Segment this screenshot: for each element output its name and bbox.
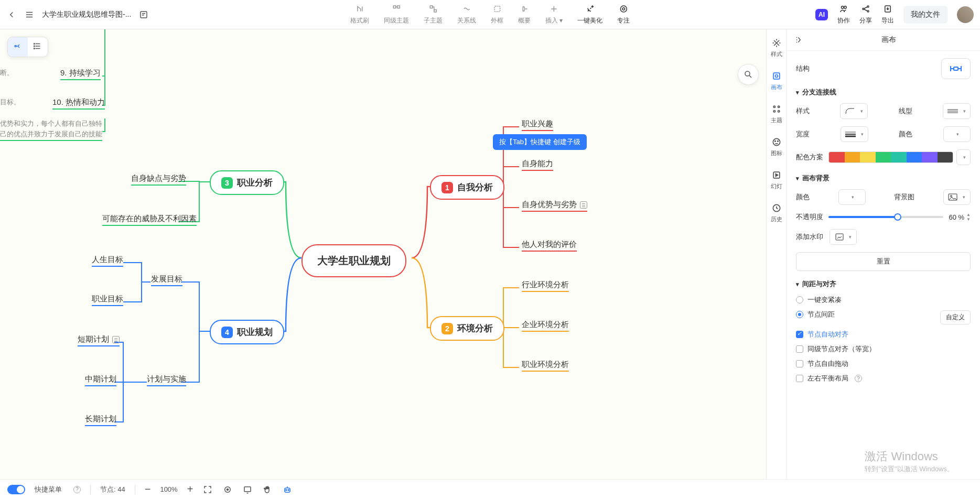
- tool-外框[interactable]: 外框: [491, 4, 503, 25]
- leaf[interactable]: 可能存在的威胁及不利因素: [102, 214, 197, 226]
- radio-compact[interactable]: 一键变紧凑: [796, 295, 971, 305]
- leaf[interactable]: 自身缺点与劣势: [131, 173, 186, 186]
- panel-title: 画布: [804, 35, 973, 45]
- checkbox-equal-width[interactable]: 同级节点对齐（等宽）: [796, 344, 971, 354]
- hint-tooltip: 按【Tab】快捷键 创建子级: [493, 134, 587, 150]
- label-structure: 结构: [796, 64, 810, 73]
- node-career-analysis[interactable]: 3职业分析: [210, 170, 284, 195]
- svg-rect-36: [244, 486, 251, 491]
- leaf-text[interactable]: 优势和实力，每个人都有自己独特 己的优点并致力于发展自己的技能: [0, 118, 102, 141]
- back-icon[interactable]: [6, 9, 17, 20]
- line-style-picker[interactable]: [840, 103, 868, 119]
- leaf[interactable]: 自身能力: [522, 159, 553, 171]
- leaf[interactable]: 职业环境分析: [522, 360, 569, 372]
- svg-point-6: [620, 6, 627, 12]
- leaf[interactable]: 职业目标: [92, 294, 123, 306]
- help-icon[interactable]: ?: [73, 486, 81, 493]
- export-button[interactable]: 导出: [881, 4, 894, 25]
- collab-button[interactable]: 协作: [837, 4, 850, 25]
- zoom-level[interactable]: 100%: [160, 485, 177, 493]
- svg-point-35: [227, 489, 229, 490]
- my-files-button[interactable]: 我的文件: [903, 6, 947, 24]
- sidetab-图标[interactable]: 图标: [771, 137, 782, 157]
- present-icon[interactable]: [242, 484, 253, 495]
- leaf[interactable]: 企业环境分析: [522, 320, 569, 332]
- fullscreen-icon[interactable]: [202, 484, 213, 495]
- checkbox-balance[interactable]: 左右平衡布局?: [796, 374, 971, 383]
- section-spacing[interactable]: 间距与对齐: [796, 279, 971, 289]
- sidetab-主题[interactable]: 主题: [771, 104, 782, 124]
- line-type-picker[interactable]: [943, 103, 971, 119]
- tool-关系线[interactable]: 关系线: [457, 4, 476, 25]
- document-title[interactable]: 大学生职业规划思维导图-...: [42, 10, 131, 19]
- section-canvas-bg[interactable]: 画布背景: [796, 173, 971, 183]
- note-icon[interactable]: [112, 336, 120, 343]
- leaf[interactable]: 长期计划: [85, 414, 116, 426]
- tool-一键美化[interactable]: 一键美化: [577, 4, 602, 25]
- leaf[interactable]: 中期计划: [85, 374, 116, 386]
- node-count: 节点: 44: [100, 485, 125, 494]
- locate-icon[interactable]: [222, 484, 233, 495]
- quickmenu-toggle[interactable]: [7, 485, 25, 494]
- line-color-picker[interactable]: [943, 126, 971, 142]
- tool-概要[interactable]: 概要: [518, 4, 531, 25]
- zoom-out-button[interactable]: −: [145, 483, 151, 495]
- svg-point-24: [778, 111, 779, 112]
- leaf[interactable]: 发展目标: [151, 274, 182, 286]
- sidetab-幻灯[interactable]: 幻灯: [771, 170, 782, 190]
- structure-picker[interactable]: [941, 58, 971, 79]
- sidetab-样式[interactable]: 样式: [771, 38, 782, 58]
- note-icon[interactable]: [580, 201, 587, 209]
- custom-spacing-button[interactable]: 自定义: [940, 310, 971, 324]
- leaf[interactable]: 10. 热情和动力: [52, 97, 105, 110]
- svg-point-38: [286, 489, 287, 490]
- svg-point-23: [773, 111, 775, 112]
- svg-rect-30: [954, 67, 958, 70]
- checkbox-free-drag[interactable]: 节点自由拖动: [796, 359, 971, 368]
- checkbox-auto-align[interactable]: 节点自动对齐: [796, 330, 971, 339]
- opacity-up[interactable]: ▲: [966, 212, 971, 217]
- watermark-picker[interactable]: [830, 229, 857, 245]
- bg-image-picker[interactable]: [943, 189, 971, 205]
- leaf[interactable]: 短期计划: [78, 334, 120, 346]
- ai-button[interactable]: AI: [815, 9, 828, 20]
- leaf[interactable]: 9. 持续学习: [60, 68, 101, 80]
- help-icon[interactable]: ?: [855, 375, 862, 382]
- mindmap-canvas[interactable]: 大学生职业规划 1自我分析 职业兴趣 自身能力 自身优势与劣势 他人对我的评价 …: [0, 29, 766, 479]
- avatar[interactable]: [957, 6, 974, 23]
- robot-icon[interactable]: [282, 484, 293, 495]
- menu-icon[interactable]: [24, 9, 35, 20]
- line-width-picker[interactable]: [841, 126, 868, 142]
- opacity-down[interactable]: ▼: [966, 217, 971, 222]
- outline-icon[interactable]: [138, 9, 149, 20]
- leaf[interactable]: 自身优势与劣势: [522, 200, 587, 212]
- collapse-panel-icon[interactable]: [794, 35, 804, 45]
- properties-panel: 画布 结构 分支连接线 样式 线型 宽度 颜色 配色方案 画布背景 颜色 背景图…: [786, 29, 980, 479]
- node-env-analysis[interactable]: 2环境分析: [430, 316, 504, 341]
- sidetab-历史[interactable]: 历史: [771, 203, 782, 223]
- section-branch-lines[interactable]: 分支连接线: [796, 88, 971, 97]
- leaf[interactable]: 职业兴趣: [522, 119, 553, 131]
- sidetab-画布[interactable]: 画布: [771, 71, 782, 91]
- zoom-in-button[interactable]: +: [187, 483, 193, 495]
- hand-icon[interactable]: [262, 484, 273, 495]
- leaf[interactable]: 计划与实施: [147, 374, 186, 386]
- share-button[interactable]: 分享: [859, 4, 872, 25]
- node-self-analysis[interactable]: 1自我分析: [430, 175, 504, 200]
- reset-button[interactable]: 重置: [796, 252, 971, 271]
- leaf[interactable]: 他人对我的评价: [522, 240, 577, 252]
- tool-专注[interactable]: 专注: [617, 4, 630, 25]
- leaf[interactable]: 行业环境分析: [522, 280, 569, 292]
- tool-同级主题[interactable]: 同级主题: [384, 4, 409, 25]
- bg-color-picker[interactable]: [838, 189, 866, 205]
- tool-子主题[interactable]: 子主题: [424, 4, 443, 25]
- tool-插入[interactable]: 插入 ▾: [545, 4, 563, 25]
- color-scheme-picker[interactable]: [828, 151, 953, 163]
- node-career-plan[interactable]: 4职业规划: [210, 320, 284, 344]
- node-center[interactable]: 大学生职业规划: [301, 244, 406, 277]
- color-scheme-more[interactable]: [956, 149, 971, 165]
- opacity-slider[interactable]: [828, 216, 943, 218]
- tool-格式刷[interactable]: 格式刷: [350, 4, 369, 25]
- radio-node-spacing[interactable]: 节点间距: [796, 310, 835, 319]
- leaf[interactable]: 人生目标: [92, 255, 123, 267]
